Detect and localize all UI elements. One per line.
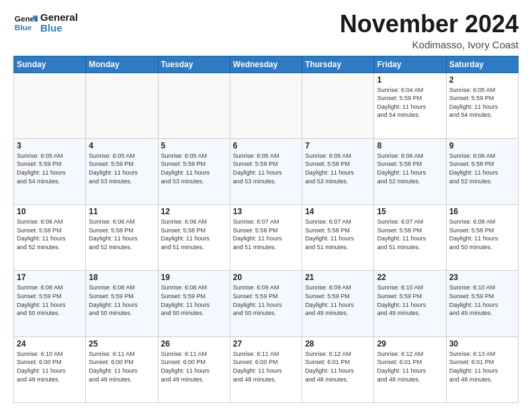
day-info: Sunrise: 6:05 AM Sunset: 5:59 PM Dayligh…	[89, 152, 154, 185]
calendar-week-5: 24Sunrise: 6:10 AM Sunset: 6:00 PM Dayli…	[14, 336, 519, 402]
calendar-week-1: 1Sunrise: 6:04 AM Sunset: 5:59 PM Daylig…	[14, 73, 519, 138]
calendar-cell-1-1	[14, 73, 86, 138]
day-info: Sunrise: 6:11 AM Sunset: 6:00 PM Dayligh…	[161, 350, 227, 383]
logo-text: General Blue	[40, 12, 78, 34]
calendar-cell-5-3: 26Sunrise: 6:11 AM Sunset: 6:00 PM Dayli…	[158, 336, 230, 402]
day-info: Sunrise: 6:06 AM Sunset: 5:58 PM Dayligh…	[17, 218, 83, 251]
day-info: Sunrise: 6:11 AM Sunset: 6:00 PM Dayligh…	[89, 350, 154, 383]
calendar-cell-2-6: 8Sunrise: 6:06 AM Sunset: 5:58 PM Daylig…	[374, 138, 446, 204]
day-number: 1	[377, 75, 443, 85]
calendar-cell-2-7: 9Sunrise: 6:06 AM Sunset: 5:58 PM Daylig…	[446, 138, 518, 204]
day-number: 12	[161, 207, 227, 216]
day-info: Sunrise: 6:12 AM Sunset: 6:01 PM Dayligh…	[377, 350, 443, 383]
col-friday: Friday	[374, 56, 446, 73]
day-number: 9	[449, 141, 515, 150]
calendar-cell-2-4: 6Sunrise: 6:05 AM Sunset: 5:59 PM Daylig…	[230, 138, 302, 204]
day-info: Sunrise: 6:05 AM Sunset: 5:59 PM Dayligh…	[161, 152, 227, 185]
day-info: Sunrise: 6:07 AM Sunset: 5:58 PM Dayligh…	[377, 218, 443, 251]
calendar-cell-3-1: 10Sunrise: 6:06 AM Sunset: 5:58 PM Dayli…	[14, 205, 86, 271]
col-sunday: Sunday	[14, 56, 86, 73]
calendar-cell-2-2: 4Sunrise: 6:05 AM Sunset: 5:59 PM Daylig…	[86, 138, 158, 204]
day-info: Sunrise: 6:12 AM Sunset: 6:01 PM Dayligh…	[305, 350, 371, 383]
day-info: Sunrise: 6:05 AM Sunset: 5:59 PM Dayligh…	[17, 152, 83, 185]
day-info: Sunrise: 6:09 AM Sunset: 5:59 PM Dayligh…	[305, 283, 371, 317]
day-number: 20	[233, 273, 299, 282]
day-info: Sunrise: 6:05 AM Sunset: 5:59 PM Dayligh…	[449, 86, 515, 120]
day-number: 15	[377, 207, 443, 216]
col-tuesday: Tuesday	[158, 56, 230, 73]
day-info: Sunrise: 6:08 AM Sunset: 5:58 PM Dayligh…	[449, 218, 515, 251]
calendar-cell-5-1: 24Sunrise: 6:10 AM Sunset: 6:00 PM Dayli…	[14, 336, 86, 402]
svg-text:Blue: Blue	[15, 23, 32, 32]
day-number: 19	[161, 273, 227, 282]
day-number: 2	[449, 75, 515, 85]
calendar-cell-4-2: 18Sunrise: 6:08 AM Sunset: 5:59 PM Dayli…	[86, 271, 158, 336]
logo-icon: General Blue	[13, 11, 38, 35]
day-number: 5	[161, 141, 227, 150]
day-number: 29	[377, 339, 443, 349]
day-number: 23	[449, 273, 515, 282]
day-number: 8	[377, 141, 443, 150]
col-wednesday: Wednesday	[230, 56, 302, 73]
calendar-cell-4-1: 17Sunrise: 6:08 AM Sunset: 5:59 PM Dayli…	[14, 271, 86, 336]
calendar-cell-4-4: 20Sunrise: 6:09 AM Sunset: 5:59 PM Dayli…	[230, 271, 302, 336]
day-info: Sunrise: 6:05 AM Sunset: 5:58 PM Dayligh…	[305, 152, 371, 185]
day-number: 3	[17, 141, 83, 150]
day-info: Sunrise: 6:13 AM Sunset: 6:01 PM Dayligh…	[449, 350, 515, 383]
page: General Blue General Blue November 2024 …	[0, 0, 532, 411]
day-info: Sunrise: 6:10 AM Sunset: 5:59 PM Dayligh…	[449, 283, 515, 317]
day-number: 18	[89, 273, 154, 282]
header: General Blue General Blue November 2024 …	[13, 11, 519, 50]
calendar-cell-1-7: 2Sunrise: 6:05 AM Sunset: 5:59 PM Daylig…	[446, 73, 518, 138]
day-info: Sunrise: 6:08 AM Sunset: 5:59 PM Dayligh…	[89, 283, 154, 317]
calendar-cell-5-6: 29Sunrise: 6:12 AM Sunset: 6:01 PM Dayli…	[374, 336, 446, 402]
calendar-cell-2-1: 3Sunrise: 6:05 AM Sunset: 5:59 PM Daylig…	[14, 138, 86, 204]
day-info: Sunrise: 6:11 AM Sunset: 6:00 PM Dayligh…	[233, 350, 299, 383]
calendar-cell-5-7: 30Sunrise: 6:13 AM Sunset: 6:01 PM Dayli…	[446, 336, 518, 402]
col-saturday: Saturday	[446, 56, 518, 73]
calendar-cell-1-3	[158, 73, 230, 138]
month-title: November 2024	[340, 11, 519, 38]
calendar-cell-3-2: 11Sunrise: 6:06 AM Sunset: 5:58 PM Dayli…	[86, 205, 158, 271]
day-info: Sunrise: 6:06 AM Sunset: 5:58 PM Dayligh…	[449, 152, 515, 185]
day-info: Sunrise: 6:06 AM Sunset: 5:58 PM Dayligh…	[377, 152, 443, 185]
calendar-cell-2-3: 5Sunrise: 6:05 AM Sunset: 5:59 PM Daylig…	[158, 138, 230, 204]
day-number: 14	[305, 207, 371, 216]
day-info: Sunrise: 6:10 AM Sunset: 6:00 PM Dayligh…	[17, 350, 83, 383]
day-info: Sunrise: 6:08 AM Sunset: 5:59 PM Dayligh…	[17, 283, 83, 317]
day-number: 7	[305, 141, 371, 150]
col-thursday: Thursday	[302, 56, 374, 73]
day-number: 22	[377, 273, 443, 282]
calendar-cell-5-5: 28Sunrise: 6:12 AM Sunset: 6:01 PM Dayli…	[302, 336, 374, 402]
day-number: 26	[161, 339, 227, 349]
calendar-week-3: 10Sunrise: 6:06 AM Sunset: 5:58 PM Dayli…	[14, 205, 519, 271]
calendar-cell-3-3: 12Sunrise: 6:06 AM Sunset: 5:58 PM Dayli…	[158, 205, 230, 271]
calendar-cell-4-5: 21Sunrise: 6:09 AM Sunset: 5:59 PM Dayli…	[302, 271, 374, 336]
day-number: 17	[17, 273, 83, 282]
calendar-cell-3-7: 16Sunrise: 6:08 AM Sunset: 5:58 PM Dayli…	[446, 205, 518, 271]
calendar-cell-1-4	[230, 73, 302, 138]
calendar-cell-3-5: 14Sunrise: 6:07 AM Sunset: 5:58 PM Dayli…	[302, 205, 374, 271]
day-info: Sunrise: 6:06 AM Sunset: 5:58 PM Dayligh…	[161, 218, 227, 251]
day-number: 11	[89, 207, 154, 216]
calendar-cell-1-2	[86, 73, 158, 138]
calendar-cell-1-5	[302, 73, 374, 138]
day-info: Sunrise: 6:08 AM Sunset: 5:59 PM Dayligh…	[161, 283, 227, 317]
day-info: Sunrise: 6:07 AM Sunset: 5:58 PM Dayligh…	[233, 218, 299, 251]
day-number: 21	[305, 273, 371, 282]
day-info: Sunrise: 6:07 AM Sunset: 5:58 PM Dayligh…	[305, 218, 371, 251]
day-number: 6	[233, 141, 299, 150]
calendar-table: Sunday Monday Tuesday Wednesday Thursday…	[13, 56, 519, 403]
calendar-cell-5-2: 25Sunrise: 6:11 AM Sunset: 6:00 PM Dayli…	[86, 336, 158, 402]
day-number: 30	[449, 339, 515, 349]
day-info: Sunrise: 6:04 AM Sunset: 5:59 PM Dayligh…	[377, 86, 443, 120]
day-number: 27	[233, 339, 299, 349]
day-info: Sunrise: 6:10 AM Sunset: 5:59 PM Dayligh…	[377, 283, 443, 317]
title-block: November 2024 Kodimasso, Ivory Coast	[340, 11, 519, 50]
logo: General Blue General Blue	[13, 11, 78, 35]
calendar-header-row: Sunday Monday Tuesday Wednesday Thursday…	[14, 56, 519, 73]
day-number: 25	[89, 339, 154, 349]
calendar-week-2: 3Sunrise: 6:05 AM Sunset: 5:59 PM Daylig…	[14, 138, 519, 204]
calendar-cell-2-5: 7Sunrise: 6:05 AM Sunset: 5:58 PM Daylig…	[302, 138, 374, 204]
location: Kodimasso, Ivory Coast	[340, 39, 519, 50]
